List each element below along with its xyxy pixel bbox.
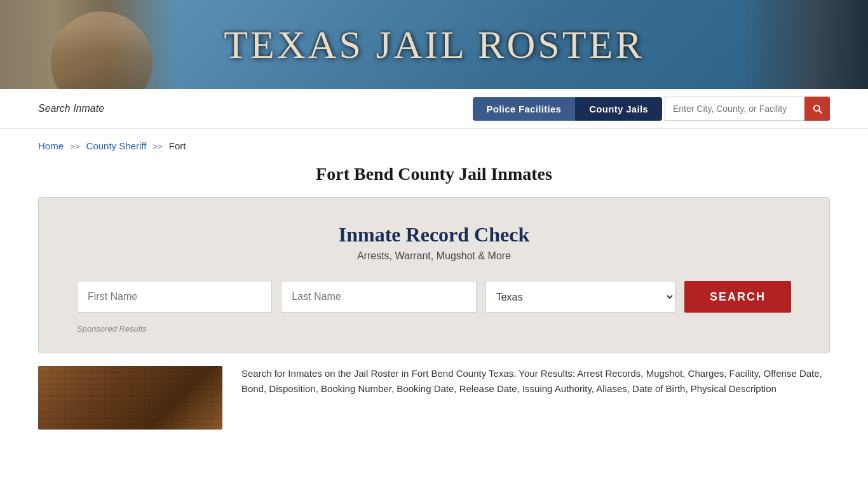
sponsored-results-label: Sponsored Results [77, 324, 791, 334]
record-check-box: Inmate Record Check Arrests, Warrant, Mu… [38, 197, 830, 353]
search-inmate-label: Search Inmate [38, 103, 104, 114]
nav-right-controls: Police Facilities County Jails [473, 97, 830, 121]
search-icon [811, 103, 823, 114]
record-check-title: Inmate Record Check [77, 223, 791, 247]
search-submit-button[interactable]: SEARCH [684, 281, 791, 313]
bottom-description: Search for Inmates on the Jail Roster in… [241, 366, 830, 430]
breadcrumb-home[interactable]: Home [38, 140, 64, 151]
record-check-subtitle: Arrests, Warrant, Mugshot & More [77, 250, 791, 262]
nav-bar: Search Inmate Police Facilities County J… [0, 89, 868, 129]
breadcrumb-current: Fort [169, 140, 186, 151]
nav-search-input[interactable] [665, 97, 804, 121]
facility-image [38, 366, 222, 430]
banner-dome-decoration [19, 0, 184, 89]
bottom-section: Search for Inmates on the Jail Roster in… [0, 366, 868, 430]
last-name-input[interactable] [281, 281, 476, 313]
nav-search-button[interactable] [804, 97, 830, 121]
header-banner: Texas Jail Roster [0, 0, 868, 89]
nav-search-wrap [665, 97, 830, 121]
first-name-input[interactable] [77, 281, 272, 313]
site-title: Texas Jail Roster [224, 22, 644, 67]
county-jails-button[interactable]: County Jails [575, 97, 662, 121]
search-form-row: AlabamaAlaskaArizonaArkansasCaliforniaCo… [77, 281, 791, 313]
state-select[interactable]: AlabamaAlaskaArizonaArkansasCaliforniaCo… [485, 281, 675, 313]
breadcrumb-county-sheriff[interactable]: County Sheriff [86, 140, 147, 151]
police-facilities-button[interactable]: Police Facilities [473, 97, 576, 121]
breadcrumb-sep-1: >> [70, 142, 79, 151]
page-title: Fort Bend County Jail Inmates [0, 164, 868, 184]
breadcrumb-sep-2: >> [153, 142, 163, 151]
breadcrumb: Home >> County Sheriff >> Fort [0, 129, 868, 158]
